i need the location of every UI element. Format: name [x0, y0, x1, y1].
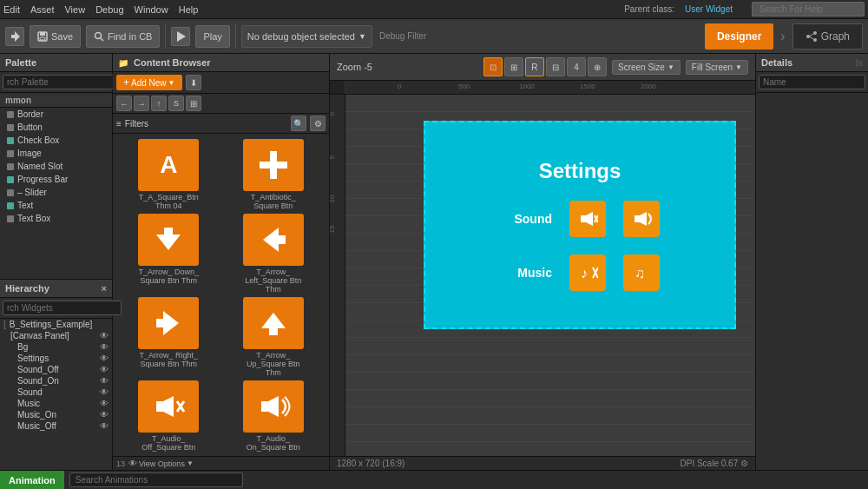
compile-button[interactable]: [5, 27, 24, 46]
visibility-icon-3[interactable]: 👁: [100, 354, 108, 363]
music-on-button[interactable]: ♫: [623, 254, 660, 291]
add-new-button[interactable]: + Add New ▼: [116, 75, 182, 90]
palette-dot: [7, 124, 14, 131]
music-off-button[interactable]: ♪: [569, 254, 606, 291]
sound-off-button[interactable]: [569, 201, 606, 237]
nav-up-button[interactable]: ↑: [151, 96, 167, 111]
view-btn-4[interactable]: 4: [567, 57, 586, 76]
ruler-vert-0: 0: [330, 112, 336, 116]
visibility-icon-8[interactable]: 👁: [100, 410, 108, 420]
details-name-input[interactable]: [759, 75, 865, 89]
hier-item-2[interactable]: Bg 👁: [0, 341, 112, 353]
music-label: Music: [500, 266, 552, 280]
palette-item-slider[interactable]: – Slider: [0, 186, 112, 199]
palette-item-button[interactable]: Button: [0, 121, 112, 134]
visibility-icon-7[interactable]: 👁: [100, 399, 108, 408]
save-button[interactable]: Save: [30, 25, 81, 48]
hier-item-4[interactable]: Sound_Off 👁: [0, 364, 112, 375]
svg-text:♫: ♫: [635, 266, 645, 281]
nav-forward-button[interactable]: →: [134, 96, 149, 111]
toolbar: Save Find in CB Play No debug object sel…: [0, 19, 868, 54]
svg-marker-28: [586, 212, 593, 226]
import-button[interactable]: ⬇: [186, 75, 201, 90]
filter-settings-button[interactable]: ⚙: [310, 116, 326, 131]
palette-item-named-slot[interactable]: Named Slot: [0, 160, 112, 173]
palette-item-textbox[interactable]: Text Box: [0, 212, 112, 225]
cb-item-1[interactable]: T_Antibiotic_ Square Btn: [223, 139, 325, 210]
view-options-button[interactable]: 👁 View Options ▼: [128, 459, 194, 468]
palette-search-row: 🔍: [0, 72, 112, 93]
hier-item-1[interactable]: [Canvas Panel] 👁: [0, 330, 112, 341]
palette-search-input[interactable]: [3, 75, 122, 89]
separator-2: [235, 24, 236, 49]
nav-folder-button[interactable]: S: [168, 96, 184, 111]
animation-tab[interactable]: Animation: [0, 471, 64, 489]
menu-view[interactable]: View: [64, 4, 85, 15]
play-button[interactable]: Play: [195, 25, 229, 48]
zoom-label: Zoom -5: [337, 62, 372, 72]
hier-item-7[interactable]: Music 👁: [0, 398, 112, 409]
canvas-viewport[interactable]: Settings Sound Music ♪: [345, 95, 755, 456]
nav-lock-button[interactable]: ⊞: [186, 96, 201, 111]
view-btn-1[interactable]: ⊡: [483, 57, 503, 76]
visibility-icon-4[interactable]: 👁: [100, 365, 108, 374]
view-btn-anchor[interactable]: ⊕: [588, 57, 607, 76]
cb-item-2[interactable]: T_Arrow_ Down_ Square Btn Thm: [118, 214, 220, 294]
hierarchy-close-button[interactable]: ×: [102, 283, 107, 294]
ruler-left: 0 5 10 15: [330, 95, 345, 456]
cb-thumbnail-5: [243, 297, 304, 349]
cb-bottom-bar: 13 👁 View Options ▼: [113, 456, 329, 470]
cb-item-4[interactable]: T_Arrow_ Right_ Square Btn Thm: [118, 297, 220, 377]
menu-window[interactable]: Window: [135, 4, 168, 15]
hier-item-3[interactable]: Settings 👁: [0, 353, 112, 364]
hier-item-6[interactable]: Sound 👁: [0, 387, 112, 398]
cb-item-6[interactable]: T_Audio_ Off_Square Btn: [118, 380, 220, 452]
palette-item-border[interactable]: Border: [0, 108, 112, 121]
filter-search-button[interactable]: 🔍: [291, 116, 306, 131]
hier-item-8[interactable]: Music_On 👁: [0, 409, 112, 420]
view-btn-2[interactable]: ⊞: [504, 57, 523, 76]
cb-thumbnail-0: A: [138, 139, 199, 191]
palette-item-image[interactable]: Image: [0, 147, 112, 160]
fill-screen-dropdown[interactable]: Fill Screen ▼: [686, 60, 748, 75]
ruler-mark-0: 0: [398, 83, 401, 90]
find-in-cb-button[interactable]: Find in CB: [86, 25, 160, 48]
sound-on-button[interactable]: [623, 201, 660, 237]
hier-item-left-8: Music_On: [17, 410, 56, 420]
menu-help[interactable]: Help: [179, 4, 199, 15]
play-icon[interactable]: [171, 27, 190, 46]
visibility-icon-6[interactable]: 👁: [100, 387, 108, 397]
menu-asset[interactable]: Asset: [30, 4, 55, 15]
animation-search-input[interactable]: [69, 472, 243, 487]
nav-back-button[interactable]: ←: [116, 96, 132, 111]
filters-label[interactable]: Filters: [125, 119, 148, 129]
cb-item-3[interactable]: T_Arrow_ Left_Square Btn Thm: [223, 214, 325, 294]
hier-item-5[interactable]: Sound_On 👁: [0, 375, 112, 387]
palette-item-text[interactable]: Text: [0, 199, 112, 212]
cb-item-0[interactable]: A T_A_Square_Btn Thm 04: [118, 139, 220, 210]
screen-size-dropdown[interactable]: Screen Size ▼: [612, 60, 681, 75]
visibility-icon-5[interactable]: 👁: [100, 376, 108, 386]
palette-item-checkbox[interactable]: Check Box: [0, 134, 112, 147]
visibility-icon-1[interactable]: 👁: [100, 331, 108, 340]
hier-item-9[interactable]: Music_Off 👁: [0, 420, 112, 432]
cb-item-7[interactable]: T_Audio_ On_Square Btn: [223, 380, 325, 452]
designer-tab[interactable]: Designer: [705, 23, 773, 50]
visibility-icon-9[interactable]: 👁: [100, 421, 108, 431]
menu-edit[interactable]: Edit: [3, 4, 20, 15]
visibility-icon-2[interactable]: 👁: [100, 342, 108, 352]
cb-filter-bar: ≡ Filters 🔍 ⚙: [113, 114, 329, 134]
view-btn-r[interactable]: R: [525, 57, 544, 76]
menu-debug[interactable]: Debug: [95, 4, 123, 15]
cb-toolbar: + Add New ▼ ⬇: [113, 72, 329, 94]
palette-item-progress-bar[interactable]: Progress Bar: [0, 173, 112, 186]
view-btn-grid[interactable]: ⊟: [546, 57, 565, 76]
hier-item-0[interactable]: [B_Settings_Example]: [0, 319, 112, 330]
debug-dropdown[interactable]: No debug object selected ▼: [241, 25, 372, 48]
graph-tab[interactable]: Graph: [792, 23, 863, 50]
cb-item-5[interactable]: T_Arrow_ Up_Square Btn Thm: [223, 297, 325, 377]
hierarchy-search-input[interactable]: [3, 301, 122, 315]
details-header: Details Is: [756, 54, 868, 72]
search-help-input[interactable]: [752, 2, 865, 17]
dpi-settings-icon[interactable]: ⚙: [740, 459, 748, 468]
